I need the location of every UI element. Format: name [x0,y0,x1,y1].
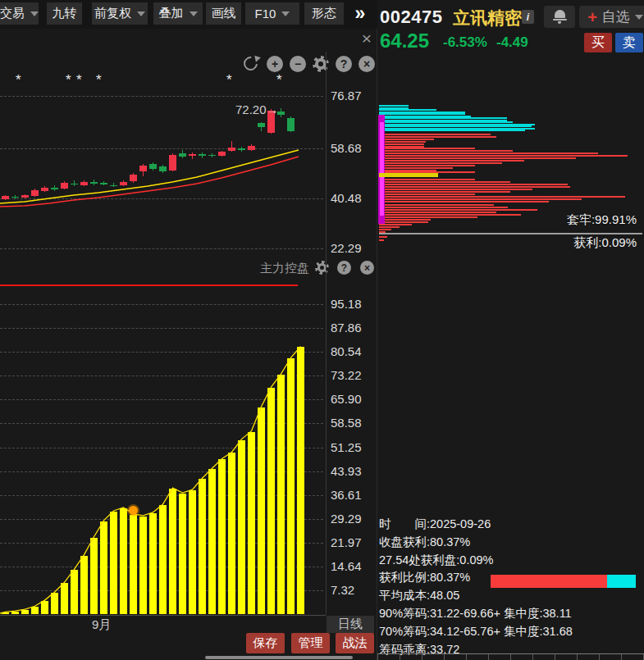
bottom-grid-divider [510,654,511,660]
ctrl-axis-label: 7.32 [331,583,354,597]
profit-ratio-bar [491,575,636,588]
chip-bar-red-profit [379,239,384,241]
stat-line: 90%筹码:31.22-69.66+ 集中度:38.11 [379,606,572,623]
period-selector[interactable]: 日线 [327,616,374,633]
chip-bar-red [379,139,434,140]
chip-bar-red [379,204,494,206]
profit-ratio-bar-cyan [607,575,636,588]
ctrl-axis-label: 95.18 [331,297,362,311]
chip-bar-red [379,181,510,183]
ctrl-axis-label: 29.29 [331,512,362,526]
chip-bar-red [379,162,502,164]
bottom-grid-divider [444,654,445,660]
profit-percent-label: 获利:0.09% [573,235,637,251]
chip-bar-red [379,134,491,135]
panel-divider [377,29,377,660]
profit-ratio-bar-red [491,575,607,588]
ctrl-panel-title: 主力控盘 [260,261,309,276]
chip-bar-red [379,212,496,213]
chip-bar-red [379,226,400,228]
chip-bar-red [379,150,513,152]
bottom-grid-divider [532,654,533,660]
trading-app-window: 交易九转前复权叠加画线F10形态 » × 002475 立讯精密 i + 自选 … [0,0,644,660]
footer-button-管理[interactable]: 管理 [291,633,330,653]
stat-line: 70%筹码:34.12-65.76+ 集中度:31.68 [379,624,573,641]
ctrl-axis-label: 87.86 [331,321,362,335]
chip-bar-red [379,196,625,198]
gear-icon-part [320,266,324,270]
chip-magenta-bar [378,115,385,224]
chip-bar-red [379,148,475,149]
bottom-grid-divider [621,654,622,660]
stat-line: 平均成本:48.05 [379,588,459,605]
chip-bar-red-profit [379,236,387,238]
chip-bar-red [379,160,524,162]
chip-bar-red [379,189,532,190]
chip-bar-red [379,193,475,195]
chip-bar-cyan [379,130,525,131]
chip-bar-red [379,141,426,143]
chip-bar-red [379,224,412,225]
chip-bar-red [379,152,598,154]
chip-bar-red [379,219,431,221]
chip-bar-red [379,165,475,166]
ctrl-axis-label: 21.97 [331,535,362,549]
bottom-grid-divider [400,654,400,660]
ctrl-axis-label: 43.93 [331,464,362,478]
stat-line: 收盘获利:80.37% [379,535,470,552]
ctrl-gear-icon[interactable] [315,261,329,275]
ctrl-axis-label: 73.22 [331,368,362,382]
bottom-grid-divider [555,654,555,660]
footer-button-战法[interactable]: 战法 [336,633,374,653]
bottom-grid-divider [577,654,578,660]
chip-bar-red [379,198,582,200]
chip-bar-red [379,191,510,193]
chip-bar-red [379,146,424,148]
bottom-grid-divider [599,654,600,660]
chip-bar-red [379,136,496,138]
x-axis-month-label: 9月 [92,617,111,633]
chip-bar-red [379,179,475,180]
horizontal-scrollbar[interactable] [205,656,353,659]
event-marker-dot [129,506,138,515]
bottom-grid-top-border [377,653,644,654]
ctrl-axis-label: 58.58 [331,416,362,430]
kline-annotation: 72.20→ [235,102,279,116]
bottom-grid-divider [422,654,422,660]
ctrl-help-icon[interactable]: ? [337,261,351,275]
chip-bar-red [379,184,568,185]
chip-price-separator [379,233,642,234]
chip-bar-red [379,170,436,171]
stat-line: 27.54处获利盘:0.09% [379,553,493,570]
chip-bar-red [379,216,477,218]
chip-bar-red [379,221,428,223]
chip-bar-red [379,167,453,169]
ctrl-axis-label: 36.61 [331,488,362,502]
moving-average-lines [0,49,377,256]
chip-bar-red [379,214,521,216]
ctrl-close-icon[interactable]: × [360,261,374,275]
ctrl-axis-label: 51.25 [331,440,362,454]
ctrl-cap-line [0,284,298,286]
ctrl-axis-label: 80.54 [331,344,362,358]
ctrl-baseline [0,615,326,616]
chip-bar-red [379,143,424,145]
chip-bar-red [379,157,576,159]
chip-bar-red [379,207,508,208]
chip-bar-red [379,186,570,188]
ctrl-axis-label: 65.90 [331,392,362,406]
stat-line: 获利比例:80.37% [379,570,470,587]
bottom-grid-divider [488,654,489,660]
stat-line: 时 间:2025-09-26 [379,517,491,534]
chip-magenta-bar-inner [380,122,384,216]
footer-button-保存[interactable]: 保存 [246,633,285,653]
stat-line: 筹码乖离:33.72 [379,642,459,659]
chip-avg-cost-bar [379,173,438,177]
chip-bar-red [379,229,391,230]
bottom-grid-divider [466,654,467,660]
trapped-percent-label: 套牢:99.91% [567,212,637,228]
ctrl-axis-label: 14.64 [331,559,362,573]
ctrl-curve [0,279,326,617]
chip-bar-red [379,209,537,211]
kline-axis-line [326,52,327,615]
